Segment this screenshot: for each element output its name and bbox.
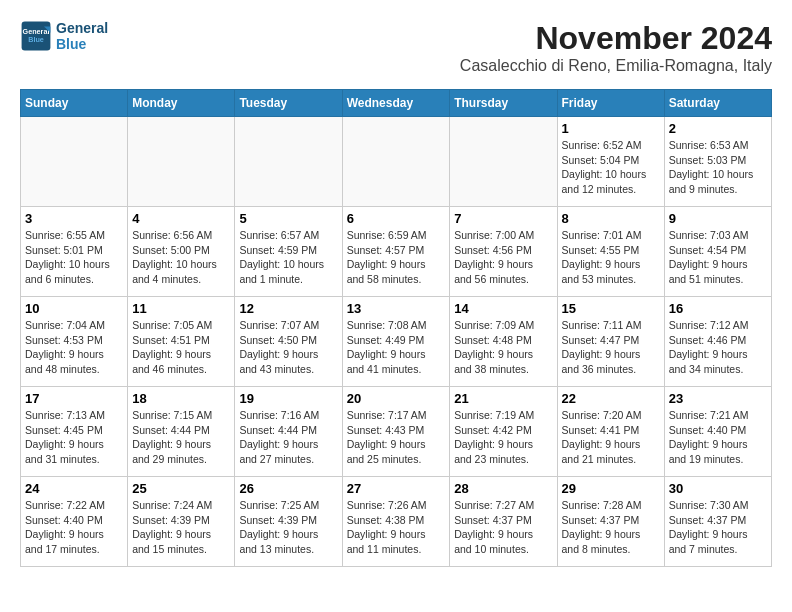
calendar-cell: 14Sunrise: 7:09 AM Sunset: 4:48 PM Dayli… [450,297,557,387]
day-number: 1 [562,121,660,136]
day-number: 12 [239,301,337,316]
calendar-cell: 2Sunrise: 6:53 AM Sunset: 5:03 PM Daylig… [664,117,771,207]
day-info: Sunrise: 7:21 AM Sunset: 4:40 PM Dayligh… [669,408,767,467]
calendar-cell: 7Sunrise: 7:00 AM Sunset: 4:56 PM Daylig… [450,207,557,297]
day-info: Sunrise: 7:19 AM Sunset: 4:42 PM Dayligh… [454,408,552,467]
day-number: 23 [669,391,767,406]
location-title: Casalecchio di Reno, Emilia-Romagna, Ita… [460,57,772,75]
calendar-cell: 28Sunrise: 7:27 AM Sunset: 4:37 PM Dayli… [450,477,557,567]
logo-icon: General Blue [20,20,52,52]
day-number: 28 [454,481,552,496]
day-info: Sunrise: 7:20 AM Sunset: 4:41 PM Dayligh… [562,408,660,467]
day-info: Sunrise: 7:07 AM Sunset: 4:50 PM Dayligh… [239,318,337,377]
day-number: 6 [347,211,446,226]
weekday-header-friday: Friday [557,90,664,117]
weekday-header-sunday: Sunday [21,90,128,117]
day-info: Sunrise: 6:59 AM Sunset: 4:57 PM Dayligh… [347,228,446,287]
day-info: Sunrise: 7:28 AM Sunset: 4:37 PM Dayligh… [562,498,660,557]
day-number: 17 [25,391,123,406]
calendar-cell: 5Sunrise: 6:57 AM Sunset: 4:59 PM Daylig… [235,207,342,297]
calendar-cell: 21Sunrise: 7:19 AM Sunset: 4:42 PM Dayli… [450,387,557,477]
calendar-cell: 10Sunrise: 7:04 AM Sunset: 4:53 PM Dayli… [21,297,128,387]
day-number: 20 [347,391,446,406]
day-number: 14 [454,301,552,316]
calendar-cell: 9Sunrise: 7:03 AM Sunset: 4:54 PM Daylig… [664,207,771,297]
calendar-cell: 25Sunrise: 7:24 AM Sunset: 4:39 PM Dayli… [128,477,235,567]
calendar-cell [235,117,342,207]
calendar-cell: 27Sunrise: 7:26 AM Sunset: 4:38 PM Dayli… [342,477,450,567]
calendar-cell: 30Sunrise: 7:30 AM Sunset: 4:37 PM Dayli… [664,477,771,567]
weekday-header-thursday: Thursday [450,90,557,117]
day-number: 5 [239,211,337,226]
calendar-cell: 20Sunrise: 7:17 AM Sunset: 4:43 PM Dayli… [342,387,450,477]
logo-text-blue: Blue [56,36,108,52]
calendar-cell: 3Sunrise: 6:55 AM Sunset: 5:01 PM Daylig… [21,207,128,297]
day-number: 13 [347,301,446,316]
day-info: Sunrise: 7:30 AM Sunset: 4:37 PM Dayligh… [669,498,767,557]
logo: General Blue General Blue [20,20,108,52]
day-number: 24 [25,481,123,496]
day-info: Sunrise: 7:24 AM Sunset: 4:39 PM Dayligh… [132,498,230,557]
day-number: 19 [239,391,337,406]
day-number: 25 [132,481,230,496]
day-number: 21 [454,391,552,406]
day-info: Sunrise: 7:13 AM Sunset: 4:45 PM Dayligh… [25,408,123,467]
calendar-cell: 6Sunrise: 6:59 AM Sunset: 4:57 PM Daylig… [342,207,450,297]
day-info: Sunrise: 7:27 AM Sunset: 4:37 PM Dayligh… [454,498,552,557]
weekday-header-wednesday: Wednesday [342,90,450,117]
calendar-cell: 4Sunrise: 6:56 AM Sunset: 5:00 PM Daylig… [128,207,235,297]
day-info: Sunrise: 7:09 AM Sunset: 4:48 PM Dayligh… [454,318,552,377]
month-title: November 2024 [460,20,772,57]
day-info: Sunrise: 7:26 AM Sunset: 4:38 PM Dayligh… [347,498,446,557]
svg-text:Blue: Blue [28,35,44,44]
day-info: Sunrise: 7:01 AM Sunset: 4:55 PM Dayligh… [562,228,660,287]
logo-text-general: General [56,20,108,36]
calendar-cell: 15Sunrise: 7:11 AM Sunset: 4:47 PM Dayli… [557,297,664,387]
calendar-cell: 17Sunrise: 7:13 AM Sunset: 4:45 PM Dayli… [21,387,128,477]
day-number: 16 [669,301,767,316]
day-info: Sunrise: 7:17 AM Sunset: 4:43 PM Dayligh… [347,408,446,467]
weekday-header-saturday: Saturday [664,90,771,117]
day-number: 8 [562,211,660,226]
calendar-cell: 11Sunrise: 7:05 AM Sunset: 4:51 PM Dayli… [128,297,235,387]
day-info: Sunrise: 6:56 AM Sunset: 5:00 PM Dayligh… [132,228,230,287]
day-info: Sunrise: 7:03 AM Sunset: 4:54 PM Dayligh… [669,228,767,287]
day-info: Sunrise: 6:57 AM Sunset: 4:59 PM Dayligh… [239,228,337,287]
day-number: 7 [454,211,552,226]
day-info: Sunrise: 7:22 AM Sunset: 4:40 PM Dayligh… [25,498,123,557]
day-number: 29 [562,481,660,496]
day-info: Sunrise: 7:12 AM Sunset: 4:46 PM Dayligh… [669,318,767,377]
day-number: 27 [347,481,446,496]
day-info: Sunrise: 7:16 AM Sunset: 4:44 PM Dayligh… [239,408,337,467]
calendar-cell [128,117,235,207]
day-info: Sunrise: 7:25 AM Sunset: 4:39 PM Dayligh… [239,498,337,557]
calendar: SundayMondayTuesdayWednesdayThursdayFrid… [20,89,772,567]
day-number: 18 [132,391,230,406]
day-info: Sunrise: 7:00 AM Sunset: 4:56 PM Dayligh… [454,228,552,287]
day-number: 3 [25,211,123,226]
day-number: 15 [562,301,660,316]
day-info: Sunrise: 7:08 AM Sunset: 4:49 PM Dayligh… [347,318,446,377]
day-info: Sunrise: 7:05 AM Sunset: 4:51 PM Dayligh… [132,318,230,377]
day-number: 10 [25,301,123,316]
day-info: Sunrise: 7:11 AM Sunset: 4:47 PM Dayligh… [562,318,660,377]
calendar-cell: 18Sunrise: 7:15 AM Sunset: 4:44 PM Dayli… [128,387,235,477]
day-number: 30 [669,481,767,496]
day-number: 4 [132,211,230,226]
day-number: 22 [562,391,660,406]
calendar-cell: 22Sunrise: 7:20 AM Sunset: 4:41 PM Dayli… [557,387,664,477]
day-number: 26 [239,481,337,496]
day-info: Sunrise: 7:15 AM Sunset: 4:44 PM Dayligh… [132,408,230,467]
calendar-cell: 23Sunrise: 7:21 AM Sunset: 4:40 PM Dayli… [664,387,771,477]
calendar-cell [342,117,450,207]
weekday-header-tuesday: Tuesday [235,90,342,117]
weekday-header-monday: Monday [128,90,235,117]
calendar-cell: 26Sunrise: 7:25 AM Sunset: 4:39 PM Dayli… [235,477,342,567]
calendar-cell: 1Sunrise: 6:52 AM Sunset: 5:04 PM Daylig… [557,117,664,207]
day-info: Sunrise: 6:53 AM Sunset: 5:03 PM Dayligh… [669,138,767,197]
day-number: 9 [669,211,767,226]
calendar-cell: 24Sunrise: 7:22 AM Sunset: 4:40 PM Dayli… [21,477,128,567]
calendar-cell: 13Sunrise: 7:08 AM Sunset: 4:49 PM Dayli… [342,297,450,387]
calendar-cell: 8Sunrise: 7:01 AM Sunset: 4:55 PM Daylig… [557,207,664,297]
day-info: Sunrise: 6:52 AM Sunset: 5:04 PM Dayligh… [562,138,660,197]
